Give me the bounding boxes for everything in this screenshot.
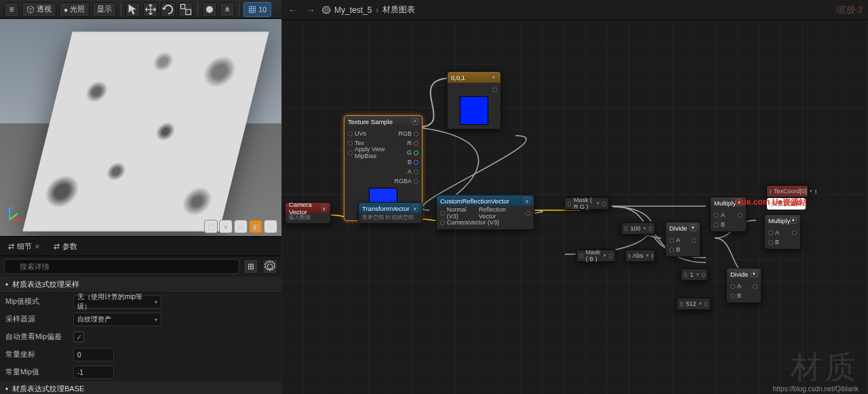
node-customreflectionvector[interactable]: CustomReflectionVectorv Normal (V3)Refle… bbox=[436, 195, 534, 230]
graph-canvas[interactable]: 0,0,1^ Texture Sample^ UVsRGB TexR Apply… bbox=[281, 20, 868, 394]
node-title: Mask ( B ) bbox=[586, 249, 601, 262]
material-preview-mesh bbox=[22, 32, 269, 231]
node-constant-1[interactable]: 1▾ bbox=[680, 268, 709, 281]
tab-details[interactable]: ⇄细节× bbox=[4, 239, 44, 254]
view-options-icon[interactable]: ⊞ bbox=[243, 259, 258, 274]
const-mip-input[interactable]: -1 bbox=[73, 366, 114, 379]
node-title: TexCoord[0] bbox=[774, 188, 807, 195]
svg-text:x: x bbox=[22, 218, 24, 223]
watermark-url: https://blog.csdn.net/Qiblank bbox=[773, 385, 859, 393]
svg-line-7 bbox=[9, 214, 18, 220]
gear-icon[interactable] bbox=[262, 259, 277, 274]
node-title: 1 bbox=[690, 271, 693, 278]
preview-shape-bar: ◯ ● ▭ ◧ ⋯ bbox=[204, 220, 277, 233]
node-title: Mask ( R G ) bbox=[574, 197, 594, 210]
select-icon[interactable] bbox=[125, 2, 140, 17]
node-mask-rg[interactable]: Mask ( R G )▾ bbox=[564, 197, 610, 210]
camera-speed-icon[interactable] bbox=[202, 2, 217, 17]
move-icon[interactable] bbox=[143, 2, 158, 17]
left-panel: ≡ 透视 ●光照 显示 ⋔ 10 zx ◯ ● ▭ ◧ ⋯ ⇄细节× ⇄参数 ⊞… bbox=[0, 0, 281, 394]
node-cameravector[interactable]: Camera Vectorv 输入数据 bbox=[285, 202, 331, 224]
crumb-page[interactable]: 材质图表 bbox=[382, 4, 415, 16]
grid-button[interactable]: 10 bbox=[243, 2, 271, 17]
category-header[interactable]: ▾材质表达式纹理BASE bbox=[0, 381, 281, 394]
close-icon[interactable]: × bbox=[35, 241, 40, 252]
node-title: Multiply bbox=[714, 199, 736, 207]
tab-params[interactable]: ⇄参数 bbox=[50, 239, 81, 254]
shape-cylinder-button[interactable]: ◯ bbox=[204, 220, 218, 233]
prop-row: 自动查看Mip偏差 ✓ bbox=[0, 328, 281, 346]
rotate-icon[interactable] bbox=[161, 2, 176, 17]
hamburger-icon[interactable]: ≡ bbox=[4, 2, 19, 17]
sampler-source-combo[interactable]: 自纹理资产▾ bbox=[73, 313, 161, 326]
node-constant3vector[interactable]: 0,0,1^ bbox=[447, 71, 501, 130]
node-title: 0,0,1 bbox=[451, 74, 465, 81]
prop-row: Mip值模式 无（使用计算的mip等级）▾ bbox=[0, 293, 281, 311]
breadcrumb[interactable]: ⨷ My_test_5 › 材质图表 bbox=[322, 4, 415, 16]
chevron-down-icon[interactable]: ▾ bbox=[751, 271, 757, 277]
perspective-button[interactable]: 透视 bbox=[22, 2, 56, 17]
lighting-button[interactable]: ●光照 bbox=[59, 2, 90, 17]
node-texcoord[interactable]: TexCoord[0]▾ bbox=[766, 184, 809, 198]
node-title: Divide bbox=[730, 271, 748, 278]
details-panel: ▾材质表达式纹理采样 Mip值模式 无（使用计算的mip等级）▾ 采样器源 自纹… bbox=[0, 277, 281, 394]
node-abs[interactable]: Abs▾ bbox=[625, 249, 656, 262]
graph-panel: ← → ⨷ My_test_5 › 材质图表 缩放-3 控制板 0,0,1^ T… bbox=[281, 0, 868, 394]
prop-label: Mip值模式 bbox=[5, 297, 73, 307]
chevron-down-icon[interactable]: ▾ bbox=[690, 224, 696, 231]
const-coord-input[interactable]: 0 bbox=[73, 348, 114, 361]
node-transformvector[interactable]: TransformVectorv 世界空间 到 切线空间 bbox=[358, 202, 422, 224]
prop-label: 常量Mip值 bbox=[5, 368, 73, 377]
chevron-down-icon[interactable]: ▾ bbox=[790, 217, 797, 224]
shape-plane-button[interactable]: ▭ bbox=[234, 220, 248, 233]
svg-point-2 bbox=[206, 6, 213, 13]
shape-sphere-button[interactable]: ● bbox=[219, 220, 233, 233]
detail-tabs: ⇄细节× ⇄参数 bbox=[0, 236, 281, 256]
node-title: 100 bbox=[630, 225, 640, 232]
shape-cube-button[interactable]: ◧ bbox=[249, 220, 262, 233]
chevron-up-icon[interactable]: ^ bbox=[412, 118, 418, 125]
node-title: Abs bbox=[633, 252, 644, 259]
search-input[interactable] bbox=[4, 259, 239, 274]
svg-rect-1 bbox=[186, 9, 191, 15]
prop-label: 自动查看Mip偏差 bbox=[5, 332, 73, 342]
mip-mode-combo[interactable]: 无（使用计算的mip等级）▾ bbox=[73, 295, 161, 309]
node-title: TransformVector bbox=[362, 205, 410, 212]
node-title: Texture Sample bbox=[348, 118, 393, 125]
prop-row: 常量Mip值 -1 bbox=[0, 363, 281, 381]
display-button[interactable]: 显示 bbox=[92, 2, 117, 17]
watermark-site: iiiue.com Ue资源站 bbox=[734, 197, 807, 208]
node-mask-b[interactable]: Mask ( B )▾ bbox=[576, 249, 616, 262]
nav-back-button[interactable]: ← bbox=[287, 5, 299, 16]
search-row: ⊞ bbox=[0, 256, 281, 277]
node-divide-2[interactable]: Divide▾ A B bbox=[726, 268, 762, 303]
scale-icon[interactable] bbox=[178, 2, 193, 17]
chevron-down-icon: ▾ bbox=[5, 386, 8, 392]
node-multiply-2[interactable]: Multiply▾ A B bbox=[764, 214, 801, 250]
category-header[interactable]: ▾材质表达式纹理采样 bbox=[0, 277, 281, 293]
node-title: Multiply bbox=[768, 217, 790, 224]
node-title: Divide bbox=[669, 224, 687, 232]
chevron-down-icon[interactable]: v bbox=[412, 205, 418, 212]
chevron-down-icon: ▾ bbox=[155, 317, 157, 323]
node-constant-512[interactable]: 512▾ bbox=[676, 297, 711, 311]
snap-icon[interactable]: ⋔ bbox=[220, 2, 235, 17]
viewport-3d[interactable]: zx ◯ ● ▭ ◧ ⋯ bbox=[0, 19, 281, 236]
node-constant-100[interactable]: 100▾ bbox=[620, 222, 656, 235]
node-divide[interactable]: Divide▾ A B bbox=[665, 222, 701, 257]
prop-label: 常量坐标 bbox=[5, 350, 73, 359]
svg-text:z: z bbox=[11, 205, 14, 210]
chevron-down-icon[interactable]: v bbox=[524, 197, 530, 204]
axis-gizmo-icon: zx bbox=[5, 203, 26, 224]
shape-custom-button[interactable]: ⋯ bbox=[264, 220, 277, 233]
chevron-down-icon: ▾ bbox=[155, 299, 157, 305]
graph-toolbar: ← → ⨷ My_test_5 › 材质图表 缩放-3 bbox=[281, 0, 868, 20]
chevron-down-icon: ▾ bbox=[5, 281, 8, 288]
viewport-toolbar: ≡ 透视 ●光照 显示 ⋔ 10 bbox=[0, 0, 281, 19]
nav-fwd-button[interactable]: → bbox=[304, 5, 317, 16]
chevron-down-icon[interactable]: ^ bbox=[490, 74, 497, 81]
crumb-asset[interactable]: My_test_5 bbox=[334, 5, 372, 15]
chevron-down-icon[interactable]: v bbox=[321, 205, 327, 212]
prop-row: 常量坐标 0 bbox=[0, 346, 281, 363]
auto-mip-checkbox[interactable]: ✓ bbox=[73, 332, 84, 342]
